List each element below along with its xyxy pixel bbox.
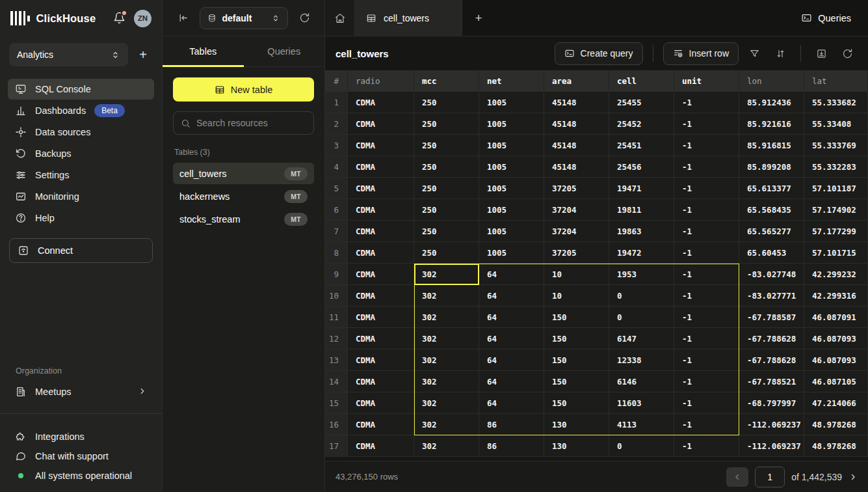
data-cell[interactable]: -67.788521 (739, 371, 804, 392)
data-cell[interactable]: CDMA (348, 178, 414, 199)
data-cell[interactable]: -67.788628 (739, 328, 804, 349)
data-cell[interactable]: 150 (544, 328, 609, 349)
download-icon[interactable] (811, 43, 832, 64)
table-list-item-hackernews[interactable]: hackernewsMT (173, 185, 314, 207)
data-cell[interactable]: 85.916815 (739, 135, 804, 156)
data-cell[interactable]: CDMA (348, 414, 414, 435)
data-cell[interactable]: CDMA (348, 328, 414, 349)
column-header-area[interactable]: area (544, 70, 609, 92)
data-cell[interactable]: -67.788587 (739, 307, 804, 328)
create-query-button[interactable]: Create query (555, 42, 643, 65)
queries-button[interactable]: Queries (784, 0, 868, 36)
data-cell[interactable]: 57.101187 (804, 178, 868, 199)
data-cell[interactable]: -1 (674, 349, 739, 371)
data-cell[interactable]: 57.101715 (804, 242, 868, 264)
data-cell[interactable]: 45148 (544, 113, 609, 135)
data-cell[interactable]: -1 (674, 135, 739, 156)
tab-tables[interactable]: Tables (163, 36, 244, 66)
data-cell[interactable]: CDMA (348, 435, 414, 457)
data-cell[interactable]: 19471 (609, 178, 674, 199)
data-cell[interactable]: -1 (674, 199, 739, 221)
data-cell[interactable]: 37204 (544, 221, 609, 242)
data-cell[interactable]: -1 (674, 392, 739, 414)
notifications-bell-icon[interactable] (113, 12, 126, 25)
data-cell[interactable]: 46.087091 (804, 307, 868, 328)
data-cell[interactable]: -68.797997 (739, 392, 804, 414)
data-cell[interactable]: 65.568435 (739, 199, 804, 221)
data-cell[interactable]: 85.912436 (739, 92, 804, 113)
data-cell[interactable]: 64 (479, 371, 544, 392)
prev-page-button[interactable] (726, 467, 748, 487)
sidebar-item-meetups[interactable]: Meetups (8, 381, 154, 402)
data-cell[interactable]: CDMA (348, 92, 414, 113)
data-cell[interactable]: 150 (544, 349, 609, 371)
data-cell[interactable]: 1953 (609, 264, 674, 285)
data-cell[interactable]: 150 (544, 307, 609, 328)
data-cell[interactable]: -1 (674, 113, 739, 135)
row-number[interactable]: 4 (325, 156, 348, 178)
data-cell[interactable]: 64 (479, 264, 544, 285)
data-cell[interactable]: 0 (609, 435, 674, 457)
data-cell[interactable]: 1005 (479, 242, 544, 264)
data-cell[interactable]: 250 (414, 156, 479, 178)
data-cell[interactable]: CDMA (348, 392, 414, 414)
row-number[interactable]: 14 (325, 371, 348, 392)
data-cell[interactable]: CDMA (348, 199, 414, 221)
data-cell[interactable]: 46.087105 (804, 371, 868, 392)
data-cell[interactable]: 64 (479, 349, 544, 371)
data-cell[interactable]: -83.027748 (739, 264, 804, 285)
workspace-select[interactable]: Analytics (9, 43, 128, 66)
data-cell[interactable]: 10 (544, 264, 609, 285)
data-cell[interactable]: CDMA (348, 371, 414, 392)
data-cell[interactable]: 46.087093 (804, 349, 868, 371)
refresh-data-icon[interactable] (837, 43, 858, 64)
data-cell[interactable]: 130 (544, 414, 609, 435)
data-cell[interactable]: 64 (479, 285, 544, 307)
data-cell[interactable]: 302 (414, 264, 479, 285)
data-cell[interactable]: 57.174902 (804, 199, 868, 221)
data-cell[interactable]: -1 (674, 371, 739, 392)
table-list-item-stocks-stream[interactable]: stocks_streamMT (173, 208, 314, 230)
data-cell[interactable]: 64 (479, 307, 544, 328)
data-cell[interactable]: 64 (479, 392, 544, 414)
footer-item-all-systems-operational[interactable]: All systems operational (8, 466, 154, 485)
data-cell[interactable]: -1 (674, 414, 739, 435)
data-cell[interactable]: 1005 (479, 156, 544, 178)
data-cell[interactable]: -1 (674, 156, 739, 178)
data-cell[interactable]: 1005 (479, 135, 544, 156)
row-number[interactable]: 11 (325, 307, 348, 328)
row-number[interactable]: 5 (325, 178, 348, 199)
collapse-panel-icon[interactable] (174, 10, 191, 27)
data-cell[interactable]: 37204 (544, 199, 609, 221)
data-cell[interactable]: 250 (414, 92, 479, 113)
data-cell[interactable]: 250 (414, 135, 479, 156)
data-cell[interactable]: 4113 (609, 414, 674, 435)
data-cell[interactable]: 1005 (479, 199, 544, 221)
data-cell[interactable]: 85.921616 (739, 113, 804, 135)
data-cell[interactable]: -67.788628 (739, 349, 804, 371)
data-cell[interactable]: -1 (674, 264, 739, 285)
data-cell[interactable]: 250 (414, 221, 479, 242)
data-cell[interactable]: CDMA (348, 113, 414, 135)
tab-queries[interactable]: Queries (244, 36, 325, 66)
row-number[interactable]: 2 (325, 113, 348, 135)
search-input[interactable] (196, 118, 306, 128)
data-cell[interactable]: -1 (674, 328, 739, 349)
column-header-net[interactable]: net (479, 70, 544, 92)
data-cell[interactable]: -112.069237 (739, 414, 804, 435)
data-cell[interactable]: 302 (414, 414, 479, 435)
data-cell[interactable]: 65.60453 (739, 242, 804, 264)
data-cell[interactable]: CDMA (348, 349, 414, 371)
data-cell[interactable]: 1005 (479, 178, 544, 199)
insert-row-button[interactable]: Insert row (663, 42, 739, 65)
row-number[interactable]: 12 (325, 328, 348, 349)
data-cell[interactable]: 37205 (544, 242, 609, 264)
row-number[interactable]: 8 (325, 242, 348, 264)
data-cell[interactable]: 85.899208 (739, 156, 804, 178)
data-cell[interactable]: -1 (674, 435, 739, 457)
data-cell[interactable]: 0 (609, 307, 674, 328)
footer-item-integrations[interactable]: Integrations (8, 427, 154, 446)
data-cell[interactable]: 48.978268 (804, 414, 868, 435)
data-cell[interactable]: 25452 (609, 113, 674, 135)
data-cell[interactable]: 55.332283 (804, 156, 868, 178)
